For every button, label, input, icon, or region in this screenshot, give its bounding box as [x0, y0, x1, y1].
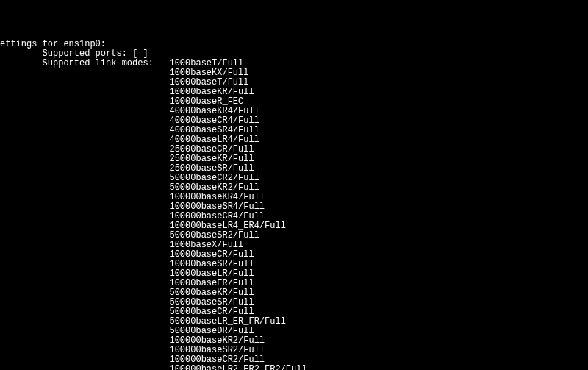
- link-mode-line: 100000baseLR2_ER2_FR2/Full: [0, 365, 588, 370]
- terminal-output: ettings for ens1np0: Supported ports: [ …: [0, 40, 588, 370]
